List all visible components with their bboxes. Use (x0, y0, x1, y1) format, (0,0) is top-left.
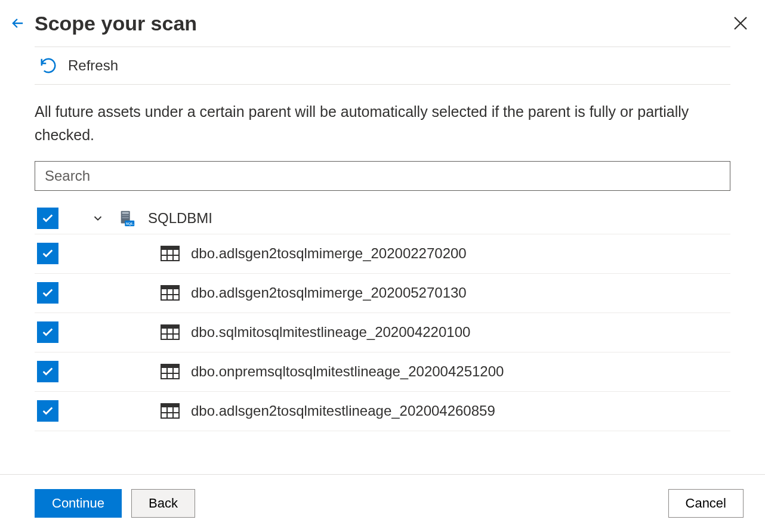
svg-text:SQL: SQL (126, 221, 134, 225)
checkbox-child[interactable] (37, 321, 58, 343)
tree-child-row[interactable]: dbo.adlsgen2tosqlmitestlineage_202004260… (35, 392, 730, 431)
search-input[interactable] (35, 161, 730, 191)
page-title: Scope your scan (35, 12, 728, 35)
checkbox-child[interactable] (37, 282, 58, 304)
svg-rect-3 (122, 217, 129, 218)
svg-rect-22 (161, 364, 179, 368)
refresh-label: Refresh (68, 57, 118, 74)
checkbox-child[interactable] (37, 400, 58, 422)
continue-button[interactable]: Continue (35, 489, 122, 518)
close-button[interactable] (728, 11, 753, 36)
chevron-down-icon[interactable] (90, 212, 106, 225)
svg-rect-17 (161, 325, 179, 329)
tree-root-label: SQLDBMI (148, 210, 212, 227)
description-text: All future assets under a certain parent… (35, 100, 730, 147)
svg-rect-27 (161, 404, 179, 407)
tree-child-label: dbo.adlsgen2tosqlmimerge_202005270130 (191, 284, 467, 301)
checkbox-child[interactable] (37, 243, 58, 264)
tree-child-label: dbo.sqlmitosqlmitestlineage_202004220100 (191, 324, 470, 341)
tree-child-label: dbo.adlsgen2tosqlmitestlineage_202004260… (191, 403, 495, 419)
back-arrow-icon[interactable] (10, 15, 26, 32)
svg-rect-1 (122, 212, 129, 214)
refresh-button[interactable]: Refresh (39, 57, 118, 75)
table-icon (160, 246, 180, 261)
checkbox-root[interactable] (37, 208, 58, 229)
checkbox-child[interactable] (37, 361, 58, 382)
tree-child-label: dbo.onpremsqltosqlmitestlineage_20200425… (191, 363, 504, 380)
tree-child-row[interactable]: dbo.sqlmitosqlmitestlineage_202004220100 (35, 313, 730, 352)
tree-child-row[interactable]: dbo.adlsgen2tosqlmimerge_202002270200 (35, 234, 730, 274)
table-icon (160, 403, 180, 419)
table-icon (160, 285, 180, 301)
tree-child-row[interactable]: dbo.adlsgen2tosqlmimerge_202005270130 (35, 274, 730, 313)
table-icon (160, 364, 180, 379)
svg-rect-2 (122, 215, 129, 216)
svg-rect-7 (161, 246, 179, 250)
table-icon (160, 324, 180, 340)
sql-server-icon: SQL (117, 209, 137, 227)
svg-rect-12 (161, 286, 179, 289)
asset-tree: SQL SQLDBMI dbo.adlsgen2tosqlmimerge_202… (35, 203, 730, 431)
cancel-button[interactable]: Cancel (668, 489, 744, 518)
refresh-icon (39, 57, 57, 75)
tree-root-row[interactable]: SQL SQLDBMI (35, 203, 730, 234)
tree-child-row[interactable]: dbo.onpremsqltosqlmitestlineage_20200425… (35, 352, 730, 392)
back-button[interactable]: Back (131, 489, 195, 518)
tree-child-label: dbo.adlsgen2tosqlmimerge_202002270200 (191, 245, 467, 262)
